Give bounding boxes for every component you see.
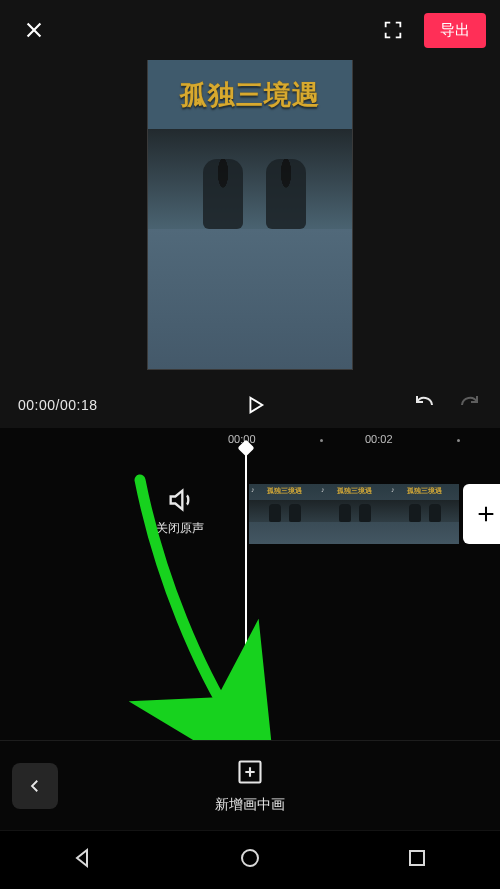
circle-home-icon — [238, 846, 262, 870]
bottom-toolbar: 新增画中画 — [0, 740, 500, 830]
clip-thumbnail[interactable]: ♪ 孤独三境遇 — [319, 484, 389, 544]
nav-home-button[interactable] — [238, 846, 262, 874]
toolbar-back-button[interactable] — [12, 763, 58, 809]
clip-mini-title: 孤独三境遇 — [319, 486, 389, 496]
add-pip-label: 新增画中画 — [215, 796, 285, 814]
chevron-left-icon — [26, 777, 44, 795]
timecode: 00:00/00:18 — [18, 397, 97, 413]
preview-scene — [148, 129, 352, 229]
ruler-tick — [320, 439, 323, 442]
triangle-back-icon — [71, 846, 95, 870]
svg-rect-2 — [410, 851, 424, 865]
play-icon — [244, 394, 266, 416]
undo-button[interactable] — [412, 392, 436, 419]
top-bar: 导出 — [0, 0, 500, 60]
video-track[interactable]: ♪ 孤独三境遇 ♪ 孤独三境遇 ♪ 孤独三境遇 — [247, 482, 500, 546]
ruler-tick — [457, 439, 460, 442]
total-time: 00:18 — [60, 397, 98, 413]
square-recent-icon — [405, 846, 429, 870]
ruler-mark: 00:02 — [365, 433, 393, 445]
preview-area: 抖音 抖音 孤独三境遇 — [0, 8, 500, 378]
close-button[interactable] — [14, 10, 54, 50]
undo-icon — [412, 392, 436, 416]
plus-icon — [475, 503, 497, 525]
fullscreen-icon — [382, 19, 404, 41]
clip-thumbnail[interactable]: ♪ 孤独三境遇 — [389, 484, 459, 544]
add-pip-button[interactable]: 新增画中画 — [0, 758, 500, 814]
preview-below — [148, 229, 352, 369]
speaker-icon — [166, 486, 194, 514]
fullscreen-button[interactable] — [376, 13, 410, 47]
clip-thumbnail[interactable]: ♪ 孤独三境遇 — [249, 484, 319, 544]
clip-mini-title: 孤独三境遇 — [249, 486, 319, 496]
nav-recent-button[interactable] — [405, 846, 429, 874]
timeline[interactable]: 00:00 00:02 关闭原声 ♪ 孤独三境遇 ♪ 孤独三境遇 ♪ 孤独三 — [0, 428, 500, 740]
svg-point-1 — [242, 850, 258, 866]
preview-title-text: 孤独三境遇 — [180, 77, 320, 113]
mute-label: 关闭原声 — [156, 520, 204, 537]
video-preview[interactable]: 抖音 抖音 孤独三境遇 — [147, 8, 353, 370]
redo-button[interactable] — [458, 392, 482, 419]
clip-mini-title: 孤独三境遇 — [389, 486, 459, 496]
nav-back-button[interactable] — [71, 846, 95, 874]
current-time: 00:00 — [18, 397, 56, 413]
playback-bar: 00:00/00:18 — [0, 382, 500, 428]
play-button[interactable] — [97, 394, 412, 416]
export-button[interactable]: 导出 — [424, 13, 486, 48]
preview-title-band: 孤独三境遇 — [148, 55, 352, 135]
redo-icon — [458, 392, 482, 416]
plus-box-icon — [236, 758, 264, 786]
system-nav-bar — [0, 831, 500, 889]
add-clip-button[interactable] — [463, 484, 500, 544]
close-icon — [23, 19, 45, 41]
mute-original-audio[interactable]: 关闭原声 — [156, 486, 204, 537]
